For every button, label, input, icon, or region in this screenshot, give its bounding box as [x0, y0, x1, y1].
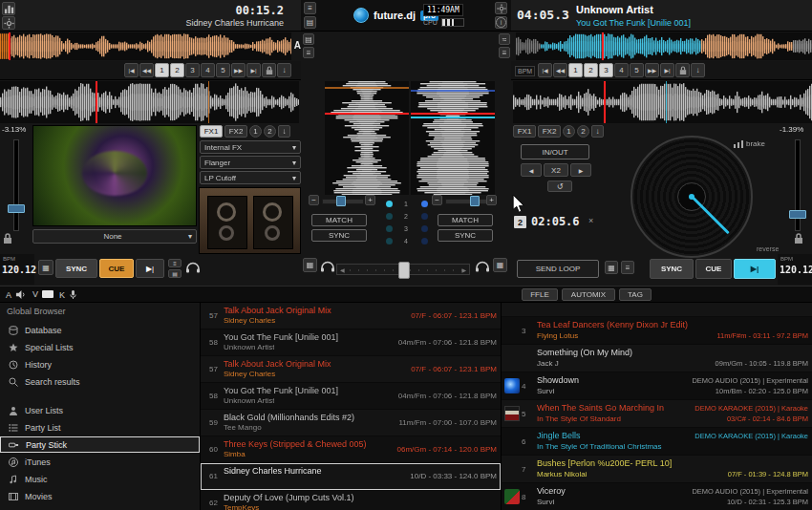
deck-b-load-button[interactable]: ↓	[691, 63, 705, 77]
deck-a-load-button[interactable]: ↓	[277, 63, 291, 77]
deck-a-view-grid-button[interactable]: ▤	[168, 269, 182, 278]
deck-a-view-list-button[interactable]: ≡	[168, 259, 182, 267]
mixer-a-minus-button[interactable]: −	[309, 195, 319, 205]
wave-view-a-button[interactable]: ≡	[499, 47, 510, 58]
sidebar-item-search-results[interactable]: Search results	[0, 373, 200, 390]
audio-toggle[interactable]: A	[6, 289, 26, 300]
playlist-row[interactable]: 61 Sidney Charles Hurricane 10/D - 03:33…	[201, 463, 501, 490]
automix-tab[interactable]: AUTOMIX	[562, 288, 615, 301]
deck-b-rewind-button[interactable]: ◀◀	[553, 63, 567, 77]
info-button[interactable]: i	[495, 16, 507, 29]
tracklist-row[interactable]: 4 Showdown Survi DEMO AUDIO (2015) | Exp…	[502, 372, 812, 400]
deck-b-loop-half-button[interactable]: ◀	[521, 163, 542, 177]
playlist-row[interactable]: 58 You Got The Funk [Unilie 001] Unknown…	[201, 329, 501, 356]
mixer-a-cue-mix-button[interactable]: ▦	[303, 258, 317, 272]
deck-a-zoom-waveform[interactable]	[0, 81, 299, 123]
deck-b-match-button[interactable]: MATCH	[438, 214, 493, 226]
deck-b-zoom-waveform[interactable]	[513, 81, 812, 123]
deck-b-jog-wheel[interactable]	[630, 136, 753, 258]
tracklist-row[interactable]: 3 Tea Leaf Dancers (Kenny Dixon Jr Edit)…	[502, 317, 812, 345]
deck-b-loop-reset-button[interactable]: ↺	[547, 181, 572, 192]
tracklist-row[interactable]: 6 Jingle Bells In The Style Of Tradition…	[502, 428, 812, 456]
shuffle-tab[interactable]: FFLE	[522, 288, 558, 301]
deck-b-fx-unit-1-button[interactable]: 1	[563, 125, 575, 138]
deck-a-hotcue-4[interactable]: 4	[201, 63, 215, 77]
loop-close-icon[interactable]: ×	[588, 216, 593, 225]
crossfader-handle[interactable]	[398, 262, 410, 279]
playlist-row[interactable]: 57 Talk About Jack Original Mix Sidney C…	[201, 356, 501, 383]
deck-b-vertical-waveform[interactable]	[411, 81, 495, 195]
deck-b-loop-length-badge[interactable]: 2	[514, 216, 526, 228]
mixer-a-headphone-button[interactable]	[320, 260, 335, 272]
deck-a-video-overlay-select[interactable]: None ▾	[32, 229, 197, 244]
deck-b-pitch-handle[interactable]	[789, 210, 806, 219]
sidebar-item-music[interactable]: Music	[0, 471, 200, 487]
playlist-row[interactable]: 59 Black Gold (Millionhands Edits #2) Te…	[201, 410, 501, 436]
playlist-row[interactable]: 57 Talk About Jack Original Mix Sidney C…	[201, 303, 501, 329]
deck-a-vertical-waveform[interactable]	[325, 81, 409, 195]
playlist-row[interactable]: 58 You Got The Funk [Unilie 001] Unknown…	[201, 383, 501, 410]
deck-a-play-button[interactable]: ▶|	[136, 259, 164, 278]
sidebar-item-history[interactable]: History	[0, 356, 200, 372]
tracklist-row[interactable]: 7 Bushes [Perlon %u200E- PERL 10] Markus…	[502, 456, 812, 483]
reverse-label[interactable]: reverse	[757, 245, 779, 252]
deck-b-hotcue-1[interactable]: 1	[568, 63, 583, 77]
deck-b-loop-in-out-button[interactable]: IN/OUT	[521, 144, 589, 159]
deck-a-pitch-handle[interactable]	[8, 204, 25, 213]
deck-b-hotcue-3[interactable]: 3	[599, 63, 613, 77]
deck-b-overview-waveform[interactable]	[516, 32, 812, 60]
playlist-row[interactable]: 60 Three Keys (Stripped & Chewed 005) Si…	[201, 436, 501, 463]
deck-a-mixer-sync-button[interactable]: SYNC	[311, 229, 367, 242]
deck-b-play-button[interactable]: ▶|	[734, 259, 776, 279]
tracklist-row[interactable]: 5 When The Saints Go Marching In In The …	[502, 400, 812, 428]
sidebar-item-movies[interactable]: Movies	[0, 488, 200, 504]
deck-a-fx-unit-2-button[interactable]: 2	[264, 125, 276, 138]
mixer-b-level-slider[interactable]	[445, 199, 487, 204]
deck-b-pad-mode-button[interactable]: ▦	[605, 261, 618, 274]
deck-b-ffwd-button[interactable]: ▶▶	[645, 63, 659, 77]
wave-zoom-button[interactable]: ▤	[303, 33, 314, 45]
deck-b-loop-x2-button[interactable]: X2	[544, 163, 568, 177]
deck-b-pitch-lock-button[interactable]	[794, 231, 805, 243]
wave-view-b-button[interactable]: ≈	[499, 33, 510, 45]
mixer-a-plus-button[interactable]: +	[365, 195, 375, 205]
deck-a-match-button[interactable]: MATCH	[311, 214, 367, 226]
sidebar-item-special-lists[interactable]: Special Lists	[0, 339, 200, 355]
deck-b-loop-double-button[interactable]: ▶	[570, 163, 591, 177]
mixer-b-level-handle[interactable]	[470, 196, 480, 206]
deck-b-fx1-tab[interactable]: FX1	[513, 125, 536, 138]
deck-a-ffwd-button[interactable]: ▶▶	[231, 63, 246, 77]
deck-a-pitch-slider[interactable]	[13, 139, 19, 231]
deck-a-prev-button[interactable]: |◀	[124, 63, 139, 77]
deck-b-hotcue-4[interactable]: 4	[614, 63, 629, 77]
deck-a-hotcue-5[interactable]: 5	[216, 63, 230, 77]
deck-a-hotcue-2[interactable]: 2	[170, 63, 184, 77]
deck-a-pitch-lock-button[interactable]	[3, 231, 14, 243]
deck-b-keylock-button[interactable]	[675, 63, 690, 77]
deck-a-hotcue-3[interactable]: 3	[185, 63, 200, 77]
deck-a-keylock-button[interactable]	[262, 63, 276, 77]
deck-a-fx1-tab[interactable]: FX1	[200, 125, 223, 138]
deck-b-hotcue-2[interactable]: 2	[584, 63, 598, 77]
main-menu-button[interactable]: ≡	[304, 2, 316, 14]
deck-a-cue-button[interactable]: CUE	[99, 259, 134, 278]
brake-control[interactable]: brake	[734, 139, 765, 148]
playlist-row[interactable]: 62 Deputy Of Love (Jump Cuts Vol.1) Temp…	[201, 490, 501, 510]
tracklist-row[interactable]: Something (On My Mind) Jack J 09m/Gm - 1…	[502, 345, 812, 372]
tracklist-row[interactable]: Freddie Cruger 07/F - 05:42 - 95.8 BPM	[502, 303, 812, 317]
sidebar-item-user-lists[interactable]: User Lists	[0, 402, 200, 418]
deck-a-next-button[interactable]: ▶|	[246, 63, 261, 77]
deck-a-monitor-button[interactable]	[185, 261, 201, 274]
deck-b-sync-button[interactable]: SYNC	[650, 259, 694, 279]
sidebar-item-itunes[interactable]: iTunes	[0, 454, 200, 470]
deck-a-rewind-button[interactable]: ◀◀	[139, 63, 154, 77]
mixer-b-cue-mix-button[interactable]: ▦	[493, 258, 507, 272]
tracklist-row[interactable]: 8 Viceroy Survi DEMO AUDIO (2015) | Expe…	[502, 483, 812, 510]
crossfader[interactable]: ◀ ▶	[336, 264, 470, 275]
deck-b-view-list-button[interactable]: ≡	[621, 261, 634, 274]
tag-tab[interactable]: TAG	[619, 288, 652, 301]
deck-a-fx-effect-select[interactable]: Flanger▾	[200, 156, 301, 169]
sidebar-item-party-list[interactable]: Party List	[0, 419, 200, 436]
sidebar-item-party-stick[interactable]: Party Stick	[0, 436, 200, 453]
deck-b-fx-unit-2-button[interactable]: 2	[577, 125, 589, 138]
